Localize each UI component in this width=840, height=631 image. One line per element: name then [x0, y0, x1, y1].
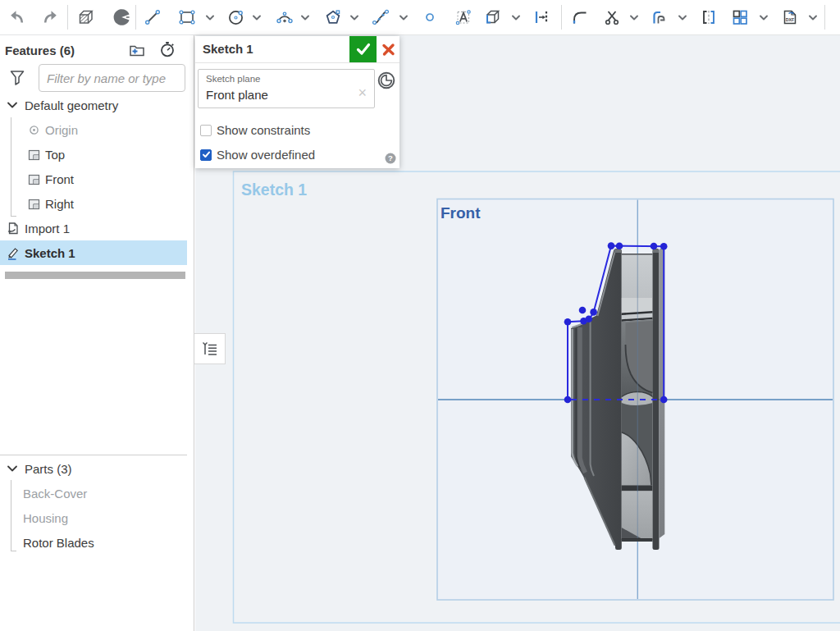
- sketch-plane-field[interactable]: Sketch plane Front plane ×: [198, 69, 375, 108]
- part-left-wall-cap: [614, 249, 621, 253]
- svg-text:?: ?: [388, 153, 393, 162]
- feature-item-top[interactable]: Top: [0, 142, 187, 167]
- show-overdefined-checkbox[interactable]: Show overdefined: [200, 148, 315, 162]
- toolbar-offset-icon[interactable]: [649, 4, 670, 30]
- part-item-rotor-blades[interactable]: Rotor Blades: [0, 530, 187, 555]
- feature-item-label: Import 1: [25, 222, 70, 235]
- toolbar-text-icon[interactable]: [453, 4, 474, 30]
- toolbar-trim-menu-chevron-icon[interactable]: [628, 4, 640, 30]
- toolbar-export-dxf-icon[interactable]: DXF: [779, 4, 801, 30]
- feature-item-right[interactable]: Right: [0, 191, 187, 216]
- features-title: Features (6): [5, 43, 75, 57]
- parts-list: Parts (3)Back-CoverHousingRotor Blades: [0, 456, 187, 555]
- chevron-down-icon[interactable]: [6, 462, 19, 475]
- tree-guide-foot: [11, 216, 16, 217]
- parts-title: Parts (3): [25, 462, 72, 476]
- sketch-plane-field-value: Front plane: [206, 88, 268, 102]
- toolbar-redo-icon[interactable]: [39, 4, 61, 30]
- parts-guide-foot: [11, 551, 16, 551]
- toolbar-circle-icon[interactable]: [226, 4, 247, 30]
- sketch-dialog: Sketch 1 Sketch plane Front plane × Show: [195, 36, 399, 168]
- checkbox-checked[interactable]: [200, 149, 212, 161]
- import-icon: [6, 222, 20, 235]
- toolbar-line-icon[interactable]: [142, 4, 163, 30]
- feature-item-label: Origin: [45, 123, 78, 137]
- sketch-canvas-label: Sketch 1: [241, 181, 307, 199]
- pie-clock-icon[interactable]: [377, 71, 395, 89]
- check-icon: [354, 40, 372, 58]
- part-item-label: Rotor Blades: [23, 536, 94, 550]
- toolbar-dimension-icon[interactable]: [531, 4, 552, 30]
- toolbar-polygon-icon[interactable]: [322, 4, 344, 30]
- new-folder-icon[interactable]: [128, 42, 146, 58]
- feature-tree: Default geometryOriginTopFrontRightImpor…: [0, 93, 194, 265]
- toolbar-spline-icon[interactable]: [370, 4, 391, 30]
- toolbar-pattern-icon[interactable]: [729, 4, 751, 30]
- accept-button[interactable]: [349, 36, 377, 62]
- toolbar-rectangle-icon[interactable]: [176, 4, 198, 30]
- sketch-plane-field-label: Sketch plane: [206, 74, 261, 84]
- features-panel: Features (6) Default geometryOriginTopFr…: [0, 35, 194, 631]
- toolbar-arc-icon[interactable]: [274, 4, 295, 30]
- toolbar-point-icon[interactable]: [419, 4, 441, 30]
- feature-item-import-1[interactable]: Import 1: [0, 216, 187, 240]
- chevron-down-icon[interactable]: [6, 98, 19, 112]
- toolbar-offset-menu-chevron-icon[interactable]: [677, 4, 688, 30]
- toolbar-extrude-icon[interactable]: [75, 4, 97, 30]
- toolbar-mirror-icon[interactable]: [698, 4, 719, 30]
- toolbar-use-project-menu-chevron-icon[interactable]: [510, 4, 522, 30]
- feature-item-front[interactable]: Front: [0, 167, 187, 191]
- cancel-button[interactable]: [377, 36, 399, 62]
- toolbar-export-dxf-menu-chevron-icon[interactable]: [807, 4, 819, 30]
- part-item-label: Back-Cover: [23, 487, 87, 501]
- filter-input[interactable]: [39, 64, 185, 92]
- plane-icon: [28, 173, 40, 185]
- rollback-history-icon[interactable]: [158, 40, 176, 58]
- part-item-label: Housing: [23, 511, 68, 525]
- front-plane-label: Front: [441, 204, 481, 222]
- part-item-housing[interactable]: Housing: [0, 505, 187, 530]
- show-constraints-label: Show constraints: [217, 123, 310, 137]
- rollback-bar[interactable]: [5, 272, 185, 279]
- toolbar-spline-menu-chevron-icon[interactable]: [398, 4, 409, 30]
- feature-item-label: Top: [45, 148, 65, 162]
- feature-item-label: Default geometry: [25, 98, 118, 112]
- filter-funnel-icon[interactable]: [10, 70, 25, 87]
- origin-icon: [28, 124, 40, 136]
- feature-list-flyout-toggle[interactable]: [194, 333, 226, 364]
- checkbox-unchecked[interactable]: [200, 125, 212, 136]
- dialog-title: Sketch 1: [203, 42, 253, 56]
- toolbar-use-project-icon[interactable]: [482, 4, 504, 30]
- toolbar-undo-icon[interactable]: [7, 4, 28, 30]
- features-panel-header: Features (6): [0, 35, 194, 64]
- plane-icon: [28, 198, 40, 210]
- toolbar-divider: [561, 5, 562, 30]
- toolbar-fillet-icon[interactable]: [569, 4, 591, 30]
- filter-row: [0, 64, 194, 93]
- toolbar-polygon-menu-chevron-icon[interactable]: [349, 4, 360, 30]
- clear-selection-icon[interactable]: ×: [358, 85, 367, 100]
- feature-item-sketch-1[interactable]: Sketch 1: [0, 240, 187, 265]
- toolbar-divider: [67, 5, 68, 30]
- sketch-icon: [6, 246, 20, 260]
- parts-section-header[interactable]: Parts (3): [0, 456, 187, 481]
- parts-divider: [0, 455, 187, 455]
- toolbar-revolve-icon[interactable]: [111, 4, 132, 30]
- toolbar-arc-menu-chevron-icon[interactable]: [299, 4, 311, 30]
- toolbar-pattern-menu-chevron-icon[interactable]: [758, 4, 769, 30]
- svg-text:DXF: DXF: [786, 17, 794, 22]
- feature-item-origin[interactable]: Origin: [0, 117, 187, 142]
- toolbar-trim-icon[interactable]: [602, 4, 623, 30]
- toolbar-rectangle-menu-chevron-icon[interactable]: [204, 4, 216, 30]
- sketch-toolbar: DXF: [0, 0, 840, 35]
- help-icon[interactable]: ?: [385, 153, 396, 164]
- toolbar-circle-menu-chevron-icon[interactable]: [251, 4, 262, 30]
- feature-item-default-geometry[interactable]: Default geometry: [0, 93, 187, 117]
- toolbar-divider: [824, 5, 825, 30]
- show-constraints-checkbox[interactable]: Show constraints: [200, 123, 310, 137]
- parts-guide-line: [11, 480, 11, 551]
- show-overdefined-label: Show overdefined: [217, 148, 315, 162]
- part-item-back-cover[interactable]: Back-Cover: [0, 481, 187, 505]
- feature-item-label: Right: [45, 197, 74, 211]
- dialog-titlebar: Sketch 1: [195, 36, 399, 63]
